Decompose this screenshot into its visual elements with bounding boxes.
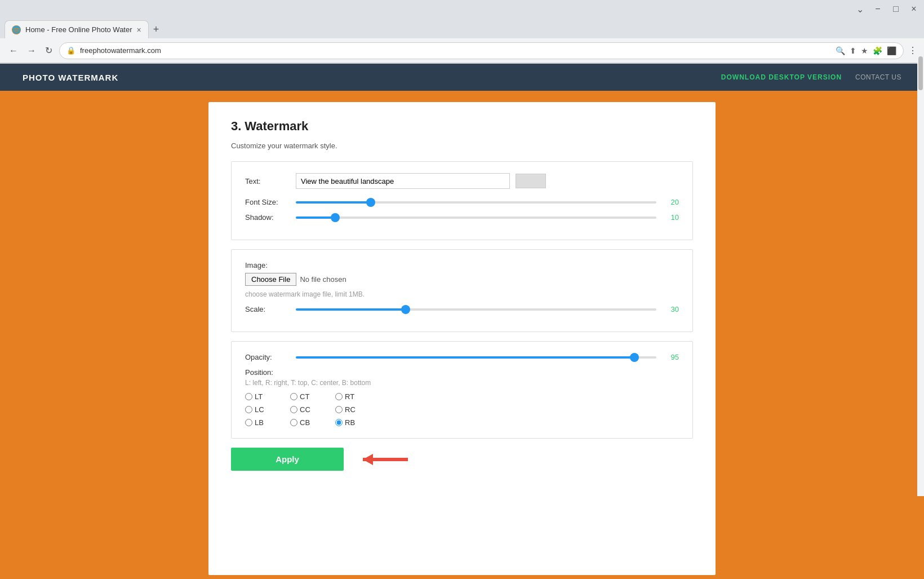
svg-marker-1	[363, 454, 373, 465]
main-card: 3. Watermark Customize your watermark st…	[208, 102, 716, 575]
arrow-indicator	[357, 448, 425, 471]
section-number: 3.	[231, 119, 241, 134]
tab-title: Home - Free Online Photo Water	[25, 25, 132, 34]
opacity-slider[interactable]	[296, 356, 656, 359]
position-LB[interactable]: LB	[245, 418, 290, 427]
apply-button[interactable]: Apply	[231, 448, 344, 471]
browser-close-icon[interactable]: ×	[908, 3, 919, 15]
secure-icon: 🔒	[66, 46, 75, 55]
shadow-label: Shadow:	[245, 213, 290, 222]
scrollbar[interactable]	[917, 45, 924, 496]
tab-favicon-icon: 🌐	[12, 25, 21, 34]
new-tab-button[interactable]: +	[149, 20, 164, 38]
section-title: Watermark	[245, 119, 308, 134]
browser-dropdown-icon[interactable]: ⌄	[854, 3, 865, 15]
nav-contact-link[interactable]: CONTACT US	[855, 73, 901, 81]
no-file-text: No file chosen	[300, 275, 346, 284]
site-header: PHOTO WATERMARK DOWNLOAD DESKTOP VERSION…	[0, 64, 924, 91]
browser-tab-active[interactable]: 🌐 Home - Free Online Photo Water ×	[5, 20, 149, 38]
position-CB[interactable]: CB	[290, 418, 335, 427]
search-icon[interactable]: 🔍	[836, 46, 845, 55]
settings-section: Opacity: 95 Position: L: left, R: right,…	[231, 341, 693, 439]
extensions-icon[interactable]: 🧩	[873, 46, 882, 55]
text-input[interactable]	[296, 173, 510, 189]
image-section: Image: Choose File No file chosen choose…	[231, 249, 693, 332]
apply-section: Apply	[231, 448, 693, 471]
browser-menu-icon[interactable]: ⋮	[908, 45, 917, 56]
file-hint: choose watermark image file, limit 1MB.	[245, 290, 679, 298]
red-arrow-icon	[357, 448, 425, 471]
site-navigation: DOWNLOAD DESKTOP VERSION CONTACT US	[721, 73, 901, 81]
scale-label: Scale:	[245, 305, 290, 313]
browser-maximize-icon[interactable]: □	[890, 3, 901, 15]
font-size-slider[interactable]	[296, 201, 656, 204]
shadow-slider[interactable]	[296, 216, 656, 219]
shadow-value: 10	[662, 213, 679, 222]
position-LC[interactable]: LC	[245, 405, 290, 414]
position-RB[interactable]: RB	[335, 418, 380, 427]
bookmark-icon[interactable]: ★	[861, 46, 868, 55]
position-grid: LT CT RT LC CC RC LB	[245, 392, 679, 427]
back-button[interactable]: ←	[7, 43, 20, 58]
position-hint: L: left, R: right, T: top, C: center, B:…	[245, 379, 679, 387]
tab-close-icon[interactable]: ×	[137, 25, 141, 34]
position-label: Position:	[245, 368, 679, 377]
refresh-button[interactable]: ↻	[43, 43, 55, 58]
position-LT[interactable]: LT	[245, 392, 290, 401]
profile-icon[interactable]: ⬛	[887, 46, 896, 55]
text-section: Text: Font Size: 20 Shadow: 10	[231, 161, 693, 240]
position-CC[interactable]: CC	[290, 405, 335, 414]
address-url[interactable]: freephotowatermark.com	[80, 46, 831, 55]
font-size-label: Font Size:	[245, 198, 290, 206]
scale-slider[interactable]	[296, 308, 656, 311]
image-label: Image:	[245, 261, 679, 269]
section-subtitle: Customize your watermark style.	[231, 142, 693, 150]
browser-minimize-icon[interactable]: −	[872, 3, 883, 15]
scale-value: 30	[662, 305, 679, 313]
page-background: 3. Watermark Customize your watermark st…	[0, 91, 924, 579]
text-label: Text:	[245, 177, 290, 185]
site-logo: PHOTO WATERMARK	[23, 73, 118, 82]
position-RC[interactable]: RC	[335, 405, 380, 414]
opacity-label: Opacity:	[245, 353, 290, 361]
nav-download-link[interactable]: DOWNLOAD DESKTOP VERSION	[721, 73, 842, 81]
choose-file-button[interactable]: Choose File	[245, 273, 296, 286]
opacity-value: 95	[662, 353, 679, 361]
color-swatch[interactable]	[516, 174, 546, 188]
font-size-value: 20	[662, 198, 679, 206]
forward-button[interactable]: →	[25, 43, 38, 58]
scrollbar-thumb[interactable]	[918, 56, 923, 90]
share-icon[interactable]: ⬆	[850, 46, 856, 55]
position-RT[interactable]: RT	[335, 392, 380, 401]
position-CT[interactable]: CT	[290, 392, 335, 401]
